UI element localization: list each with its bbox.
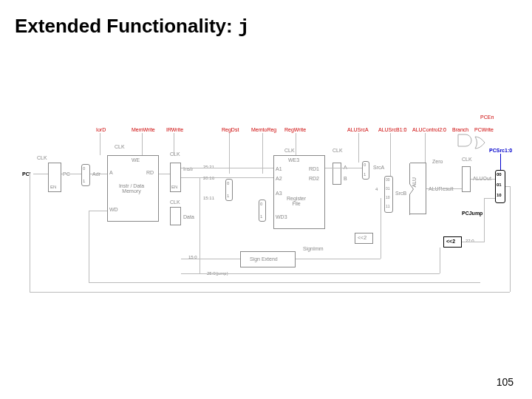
mux-01: 01 — [386, 186, 390, 191]
aluout-register — [462, 166, 471, 192]
wire — [358, 133, 359, 163]
wire — [181, 259, 240, 259]
we-label: WE — [132, 157, 140, 163]
ab-register — [332, 163, 341, 185]
signal-memwrite: MemWrite — [132, 127, 155, 132]
en-label: EN — [171, 185, 177, 189]
mux-0: 0 — [83, 166, 85, 171]
clk-label: CLK — [170, 151, 180, 157]
and-or-gates — [457, 133, 494, 154]
rd1-label: RD1 — [309, 166, 319, 171]
clk-label: CLK — [462, 157, 472, 162]
signal-irwrite: IRWrite — [166, 127, 183, 132]
title-text: Extended Functionality: — [15, 15, 233, 37]
clk-label: CLK — [37, 155, 47, 160]
mux-0: 0 — [364, 163, 366, 167]
mux-0: 0 — [227, 181, 229, 185]
wire — [471, 179, 495, 180]
signal-alucontrol: ALUControl2:0 — [412, 127, 446, 132]
wire — [30, 292, 510, 293]
wire — [325, 168, 362, 168]
signal-regwrite: RegWrite — [284, 127, 306, 132]
wire — [381, 198, 381, 259]
wire — [462, 242, 484, 242]
wire — [440, 248, 440, 273]
page-title: Extended Functionality: j — [15, 15, 250, 38]
page-number: 105 — [497, 376, 514, 388]
wire — [89, 211, 89, 282]
mux-00: 00 — [497, 172, 502, 177]
sign-extend-label: Sign Extend — [250, 256, 278, 262]
wire — [296, 133, 296, 155]
mux-10: 10 — [386, 195, 390, 200]
alu-label: ALU — [412, 177, 417, 188]
mux-10: 10 — [497, 193, 502, 197]
pcjump-label: PCJump — [462, 211, 482, 216]
wire — [484, 198, 485, 242]
wire — [89, 282, 480, 283]
a2-label: A2 — [276, 176, 282, 181]
wire — [142, 133, 143, 155]
regfile-label: RegisterFile — [287, 196, 306, 206]
bits-label: 25:21 — [203, 165, 214, 169]
we3-label: WE3 — [288, 157, 299, 163]
data-label: Data — [183, 214, 194, 219]
wd3-label: WD3 — [276, 214, 287, 219]
mux-1: 1 — [260, 214, 262, 219]
en-label: EN — [50, 185, 56, 189]
signal-memtoreg: MemtoReg — [251, 127, 276, 132]
shl2-label: <<2 — [446, 239, 455, 244]
wire — [100, 133, 100, 155]
wire — [500, 154, 501, 170]
wire — [296, 259, 381, 259]
a-label: A — [109, 170, 113, 175]
wire — [505, 186, 510, 187]
data-register — [170, 207, 181, 225]
clk-label: CLK — [332, 148, 343, 153]
wire — [61, 174, 81, 174]
wire — [181, 168, 273, 168]
zero-label: Zero — [432, 159, 443, 164]
wire — [200, 177, 200, 273]
alu-box — [410, 163, 426, 214]
signal-branch: Branch — [452, 127, 468, 132]
b-label: B — [344, 176, 347, 181]
mux-1: 1 — [364, 172, 366, 177]
clk-label: CLK — [115, 144, 125, 149]
wire — [159, 174, 170, 174]
rd-label: RD — [146, 170, 154, 175]
signal-pcwrite: PCWrite — [474, 127, 494, 132]
const-4: 4 — [375, 187, 378, 191]
mux-1: 1 — [227, 194, 229, 198]
signal-regdst: RegDst — [222, 127, 239, 132]
shl2-label: <<2 — [358, 235, 366, 240]
mux-0: 0 — [260, 202, 262, 206]
srcb-label: SrcB — [395, 191, 406, 196]
signal-alusrcb: ALUSrcB1:0 — [378, 127, 407, 132]
signal-pcen: PCEn — [480, 115, 494, 120]
rd2-label: RD2 — [309, 176, 319, 181]
clk-label: CLK — [170, 200, 180, 205]
mux-1: 1 — [83, 179, 85, 183]
wire — [90, 174, 107, 174]
wire — [30, 174, 30, 292]
a1-label: A1 — [276, 166, 282, 171]
mem-label: Instr / DataMemory — [109, 183, 154, 194]
srca-label: SrcA — [373, 165, 384, 170]
signal-iord: IorD — [96, 127, 106, 132]
bits-label: 15:11 — [203, 196, 214, 200]
a3-label: A3 — [276, 191, 282, 196]
wire — [510, 186, 511, 292]
wd-label: WD — [109, 207, 118, 212]
bits-label: 20:16 — [203, 176, 214, 180]
clk-label: CLK — [284, 148, 295, 153]
datapath-diagram: IorD MemWrite IRWrite RegDst MemtoReg Re… — [22, 126, 510, 310]
wire — [484, 198, 495, 199]
bits-27-0: 27:0 — [466, 239, 474, 243]
wire — [181, 177, 273, 178]
wire — [89, 211, 107, 211]
wire — [390, 133, 391, 177]
title-code: j — [238, 16, 250, 38]
wire — [33, 174, 48, 174]
wire — [425, 133, 426, 163]
